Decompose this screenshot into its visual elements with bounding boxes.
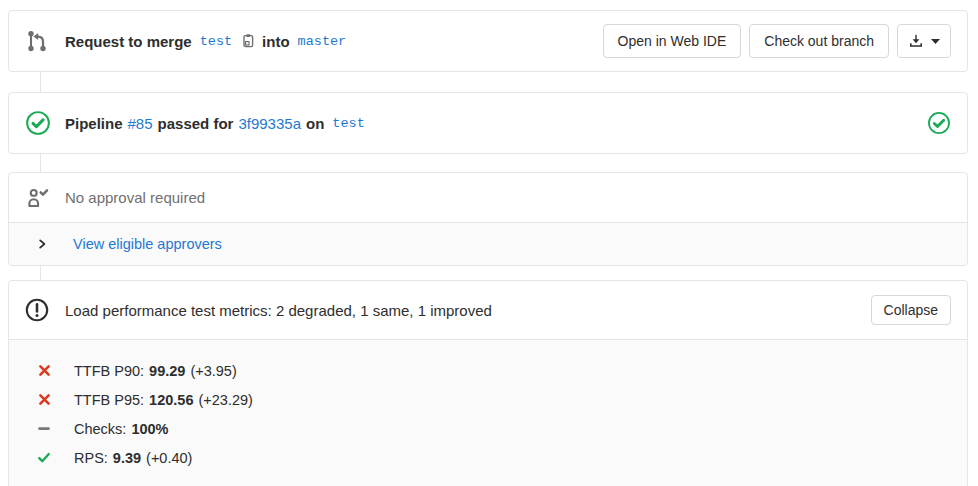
degraded-icon: [37, 364, 51, 377]
same-icon: [37, 422, 51, 435]
approval-status-row: No approval required: [9, 173, 967, 222]
pipeline-card: Pipeline #85 passed for 3f99335a on test: [8, 92, 968, 154]
chevron-right-icon[interactable]: [35, 238, 49, 250]
open-in-web-ide-button[interactable]: Open in Web IDE: [603, 24, 742, 58]
section-connector: [40, 154, 41, 172]
metric-value: 100%: [131, 421, 168, 437]
load-performance-card: Load performance test metrics: 2 degrade…: [8, 280, 968, 486]
degraded-icon: [37, 393, 51, 406]
copy-to-clipboard-icon: [240, 33, 256, 49]
mr-widget-viewport: Request to merge test into master Open i…: [0, 0, 978, 486]
caret-down-icon: [931, 39, 940, 44]
copy-branch-name-button[interactable]: [240, 33, 256, 49]
pipeline-passed-icon[interactable]: [25, 110, 51, 136]
metric-value: 120.56: [149, 392, 193, 408]
load-performance-header: Load performance test metrics: 2 degrade…: [9, 281, 967, 339]
commit-sha-link[interactable]: 3f99335a: [238, 115, 301, 132]
load-performance-summary: Load performance test metrics: 2 degrade…: [65, 302, 492, 319]
merge-request-widget: Request to merge test into master Open i…: [0, 0, 978, 486]
metric-delta: (+3.95): [190, 363, 236, 379]
metric-value: 99.29: [149, 363, 185, 379]
load-performance-metrics: TTFB P90: 99.29 (+3.95) TTFB P95: 120.56…: [9, 339, 967, 486]
section-connector: [40, 266, 41, 280]
section-connector: [40, 72, 41, 92]
merge-request-icon: [25, 29, 49, 53]
metric-label: TTFB P90:: [74, 363, 144, 379]
into-label: into: [262, 33, 290, 50]
pipeline-status-text: Pipeline #85 passed for 3f99335a on test: [65, 115, 373, 132]
metric-delta: (+23.29): [198, 392, 252, 408]
metric-row-ttfb-p95: TTFB P95: 120.56 (+23.29): [9, 385, 967, 414]
metric-row-ttfb-p90: TTFB P90: 99.29 (+3.95): [9, 356, 967, 385]
download-dropdown-button[interactable]: [897, 24, 951, 58]
pipeline-branch-link[interactable]: test: [332, 116, 364, 131]
improved-icon: [37, 451, 51, 464]
metric-label: Checks:: [74, 421, 126, 437]
pipeline-id-link[interactable]: #85: [128, 115, 153, 132]
merge-request-header-card: Request to merge test into master Open i…: [8, 10, 968, 72]
approvals-card: No approval required View eligible appro…: [8, 172, 968, 266]
source-branch-link[interactable]: test: [200, 34, 232, 49]
metric-value: 9.39: [113, 450, 141, 466]
header-actions: Open in Web IDE Check out branch: [603, 24, 951, 58]
metric-label: TTFB P95:: [74, 392, 144, 408]
approval-user-check-icon: [25, 187, 49, 208]
metric-row-rps: RPS: 9.39 (+0.40): [9, 443, 967, 472]
passed-for-label: passed for: [158, 115, 234, 132]
view-approvers-row[interactable]: View eligible approvers: [9, 222, 967, 265]
request-to-merge-label: Request to merge: [65, 33, 192, 50]
collapse-button[interactable]: Collapse: [871, 295, 951, 325]
metric-delta: (+0.40): [146, 450, 192, 466]
target-branch-link[interactable]: master: [298, 34, 347, 49]
view-eligible-approvers-link[interactable]: View eligible approvers: [73, 236, 222, 252]
pipeline-label: Pipeline: [65, 115, 123, 132]
alert-circle-icon: [25, 298, 49, 322]
on-label: on: [306, 115, 324, 132]
check-out-branch-button[interactable]: Check out branch: [749, 24, 889, 58]
approval-status-text: No approval required: [65, 189, 205, 206]
merge-request-title: Request to merge test into master: [65, 33, 354, 50]
download-icon: [908, 33, 924, 49]
metric-label: RPS:: [74, 450, 108, 466]
metric-row-checks: Checks: 100%: [9, 414, 967, 443]
pipeline-stage-passed-icon[interactable]: [927, 111, 951, 135]
